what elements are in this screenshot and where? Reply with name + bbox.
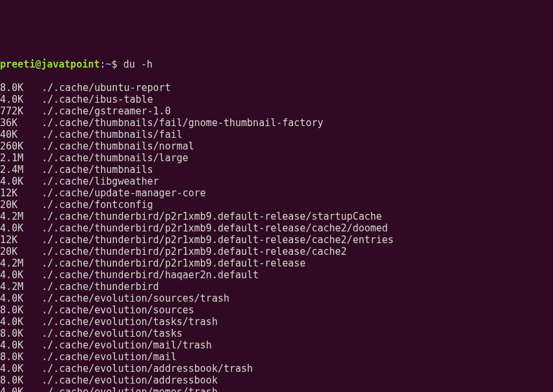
file-size: 20K <box>0 246 42 257</box>
output-line: 4.0K./.cache/thunderbird/p2r1xmb9.defaul… <box>0 222 553 234</box>
file-size: 8.0K <box>0 351 42 363</box>
file-size: 4.2M <box>0 211 42 222</box>
file-size: 4.0K <box>0 293 42 304</box>
file-size: 4.0K <box>0 363 42 374</box>
file-size: 4.0K <box>0 94 42 105</box>
output-line: 8.0K./.cache/evolution/addressbook <box>0 374 553 386</box>
file-path: ./.cache/thunderbird/p2r1xmb9.default-re… <box>42 257 305 269</box>
file-path: ./.cache/ubuntu-report <box>42 82 171 94</box>
output-line: 4.0K./.cache/evolution/mail/trash <box>0 339 553 351</box>
file-size: 4.2M <box>0 281 42 293</box>
file-size: 772K <box>0 105 42 117</box>
output-line: 4.0K./.cache/thunderbird/haqaer2n.defaul… <box>0 269 553 281</box>
file-size: 2.4M <box>0 164 42 176</box>
output-line: 4.2M./.cache/thunderbird <box>0 281 553 293</box>
file-size: 2.1M <box>0 152 42 164</box>
output-line: 12K./.cache/thunderbird/p2r1xmb9.default… <box>0 234 553 246</box>
file-path: ./.cache/gstreamer-1.0 <box>42 105 171 117</box>
output-line: 4.0K./.cache/ibus-table <box>0 94 553 105</box>
output-line: 8.0K./.cache/ubuntu-report <box>0 82 553 94</box>
file-size: 20K <box>0 199 42 211</box>
file-size: 4.0K <box>0 386 42 392</box>
output-line: 4.0K./.cache/evolution/sources/trash <box>0 293 553 304</box>
output-line: 772K./.cache/gstreamer-1.0 <box>0 105 553 117</box>
file-path: ./.cache/evolution/sources/trash <box>42 293 229 304</box>
file-size: 8.0K <box>0 328 42 339</box>
output-line: 2.1M./.cache/thumbnails/large <box>0 152 553 164</box>
file-size: 12K <box>0 187 42 199</box>
file-path: ./.cache/update-manager-core <box>42 187 206 199</box>
file-path: ./.cache/thunderbird/p2r1xmb9.default-re… <box>42 234 394 246</box>
file-size: 4.0K <box>0 316 42 328</box>
prompt-colon: : <box>100 59 106 70</box>
file-path: ./.cache/thumbnails/large <box>42 152 188 164</box>
output-line: 260K./.cache/thumbnails/normal <box>0 140 553 152</box>
file-size: 36K <box>0 117 42 129</box>
output-line: 36K./.cache/thumbnails/fail/gnome-thumbn… <box>0 117 553 129</box>
file-path: ./.cache/evolution/tasks <box>42 328 183 339</box>
file-path: ./.cache/thunderbird/p2r1xmb9.default-re… <box>42 246 347 257</box>
output-line: 4.0K./.cache/libgweather <box>0 176 553 187</box>
file-path: ./.cache/thumbnails <box>42 164 153 176</box>
output-line: 4.0K./.cache/evolution/tasks/trash <box>0 316 553 328</box>
file-size: 4.0K <box>0 176 42 187</box>
file-size: 40K <box>0 129 42 140</box>
output-line: 12K./.cache/update-manager-core <box>0 187 553 199</box>
output-line: 20K./.cache/fontconfig <box>0 199 553 211</box>
command-text: du -h <box>123 59 153 70</box>
file-size: 8.0K <box>0 374 42 386</box>
file-size: 8.0K <box>0 82 42 94</box>
file-size: 260K <box>0 140 42 152</box>
file-path: ./.cache/evolution/memos/trash <box>42 386 218 392</box>
file-path: ./.cache/thunderbird <box>42 281 159 293</box>
file-path: ./.cache/evolution/tasks/trash <box>42 316 218 328</box>
file-path: ./.cache/evolution/addressbook <box>42 374 218 386</box>
prompt-user: preeti <box>0 59 35 70</box>
output-line: 8.0K./.cache/evolution/sources <box>0 304 553 316</box>
file-size: 4.0K <box>0 222 42 234</box>
output-line: 4.0K./.cache/evolution/memos/trash <box>0 386 553 392</box>
output-line: 20K./.cache/thunderbird/p2r1xmb9.default… <box>0 246 553 257</box>
file-path: ./.cache/thunderbird/p2r1xmb9.default-re… <box>42 211 382 222</box>
output-line: 8.0K./.cache/evolution/tasks <box>0 328 553 339</box>
file-path: ./.cache/thumbnails/fail/gnome-thumbnail… <box>42 117 323 129</box>
prompt-at: @ <box>35 59 41 70</box>
prompt-line: preeti@javatpoint:~$ du -h <box>0 59 553 70</box>
file-size: 8.0K <box>0 304 42 316</box>
file-path: ./.cache/ibus-table <box>42 94 153 105</box>
file-path: ./.cache/evolution/addressbook/trash <box>42 363 253 374</box>
output-line: 4.2M./.cache/thunderbird/p2r1xmb9.defaul… <box>0 257 553 269</box>
file-path: ./.cache/fontconfig <box>42 199 153 211</box>
output-container: 8.0K./.cache/ubuntu-report4.0K./.cache/i… <box>0 82 553 392</box>
file-size: 4.0K <box>0 269 42 281</box>
file-path: ./.cache/thumbnails/fail <box>42 129 183 140</box>
file-size: 4.0K <box>0 339 42 351</box>
output-line: 2.4M./.cache/thumbnails <box>0 164 553 176</box>
terminal[interactable]: preeti@javatpoint:~$ du -h 8.0K./.cache/… <box>0 47 553 392</box>
file-path: ./.cache/thumbnails/normal <box>42 140 194 152</box>
prompt-host: javatpoint <box>41 59 99 70</box>
prompt-path: ~ <box>106 59 112 70</box>
file-path: ./.cache/evolution/mail/trash <box>42 339 212 351</box>
output-line: 4.0K./.cache/evolution/addressbook/trash <box>0 363 553 374</box>
file-path: ./.cache/thunderbird/p2r1xmb9.default-re… <box>42 222 388 234</box>
file-size: 12K <box>0 234 42 246</box>
output-line: 8.0K./.cache/evolution/mail <box>0 351 553 363</box>
file-path: ./.cache/thunderbird/haqaer2n.default <box>42 269 259 281</box>
file-path: ./.cache/evolution/sources <box>42 304 194 316</box>
file-path: ./.cache/evolution/mail <box>42 351 177 363</box>
file-path: ./.cache/libgweather <box>42 176 159 187</box>
output-line: 4.2M./.cache/thunderbird/p2r1xmb9.defaul… <box>0 211 553 222</box>
prompt-dollar: $ <box>112 59 123 70</box>
file-size: 4.2M <box>0 257 42 269</box>
output-line: 40K./.cache/thumbnails/fail <box>0 129 553 140</box>
